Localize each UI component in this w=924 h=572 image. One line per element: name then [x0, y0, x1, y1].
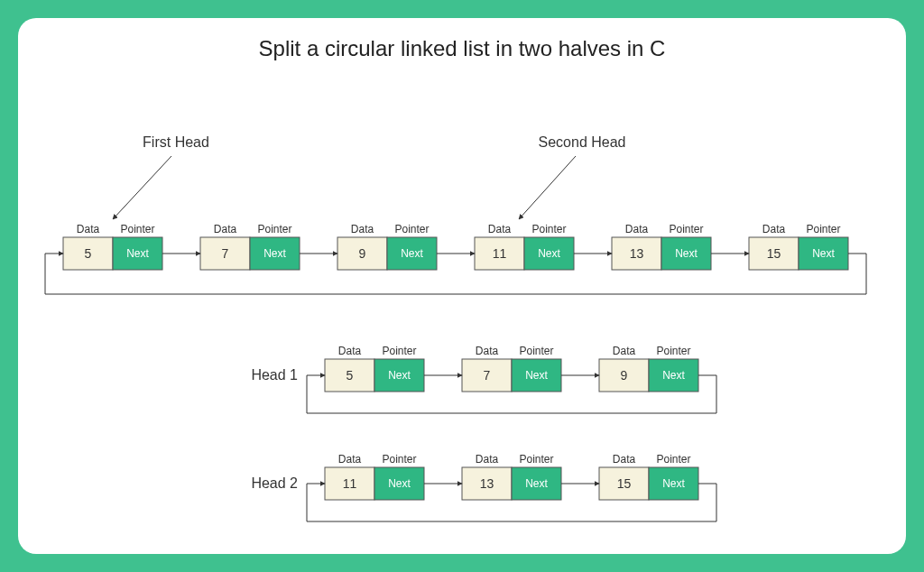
svg-text:Data: Data	[625, 223, 649, 235]
svg-text:7: 7	[222, 246, 229, 261]
svg-text:Pointer: Pointer	[656, 453, 690, 466]
main-node-1: Data Pointer 7 Next	[200, 223, 300, 270]
svg-text:Pointer: Pointer	[519, 453, 553, 466]
svg-text:Data: Data	[613, 345, 636, 357]
svg-text:Data: Data	[762, 223, 786, 235]
head2-node-1: Data Pointer 13 Next	[462, 453, 561, 500]
second-head-label: Second Head	[539, 134, 626, 150]
main-node-0: Data Pointer 5 Next	[63, 223, 162, 270]
svg-text:Next: Next	[525, 477, 548, 490]
head2-node-2: Data Pointer 15 Next	[599, 453, 698, 500]
head1-node-1: Data Pointer 7 Next	[462, 345, 561, 392]
head1-node-0: Data Pointer 5 Next	[325, 345, 424, 392]
page-container: Split a circular linked list in two halv…	[18, 18, 906, 554]
svg-text:9: 9	[621, 368, 628, 383]
diagram-svg: First Head Second Head Data Pointer 5 Ne…	[18, 61, 906, 549]
svg-text:Next: Next	[388, 369, 411, 382]
svg-text:Pointer: Pointer	[656, 345, 690, 357]
svg-text:Pointer: Pointer	[806, 223, 840, 235]
svg-text:Pointer: Pointer	[669, 223, 703, 235]
head2-label: Head 2	[251, 475, 298, 491]
svg-text:Data: Data	[77, 223, 100, 235]
svg-text:Next: Next	[401, 247, 423, 260]
svg-text:Pointer: Pointer	[519, 345, 553, 357]
svg-text:Data: Data	[351, 223, 374, 235]
svg-text:Data: Data	[214, 223, 237, 235]
svg-text:11: 11	[493, 246, 507, 261]
svg-text:Next: Next	[126, 247, 149, 260]
svg-text:Pointer: Pointer	[382, 345, 416, 357]
main-loop-arrow	[45, 254, 866, 294]
main-node-2: Data Pointer 9 Next	[337, 223, 437, 270]
svg-text:Pointer: Pointer	[120, 223, 154, 235]
svg-text:7: 7	[484, 368, 491, 383]
second-head-arrow	[519, 156, 576, 219]
svg-text:Data: Data	[338, 453, 362, 466]
main-node-3: Data Pointer 11 Next	[475, 223, 574, 270]
svg-text:Next: Next	[388, 477, 411, 490]
svg-text:5: 5	[346, 368, 354, 383]
svg-text:Next: Next	[263, 247, 286, 260]
head2-node-0: Data Pointer 11 Next	[325, 453, 424, 500]
svg-text:9: 9	[359, 246, 366, 261]
svg-text:Data: Data	[613, 453, 636, 466]
svg-text:Data: Data	[338, 345, 362, 357]
svg-text:13: 13	[630, 246, 644, 261]
svg-text:Pointer: Pointer	[394, 223, 429, 235]
svg-text:11: 11	[343, 476, 357, 491]
svg-text:13: 13	[480, 476, 494, 491]
svg-text:15: 15	[617, 476, 632, 491]
svg-text:Pointer: Pointer	[257, 223, 291, 235]
svg-text:Next: Next	[675, 247, 698, 260]
svg-text:Data: Data	[476, 453, 499, 466]
main-node-5: Data Pointer 15 Next	[749, 223, 848, 270]
svg-text:Pointer: Pointer	[531, 223, 566, 235]
svg-text:15: 15	[767, 246, 781, 261]
svg-text:Next: Next	[812, 247, 835, 260]
svg-text:Next: Next	[538, 247, 560, 260]
svg-text:Data: Data	[476, 345, 499, 357]
svg-text:Next: Next	[525, 369, 548, 382]
svg-text:5: 5	[85, 246, 92, 261]
first-head-label: First Head	[143, 134, 209, 150]
head1-label: Head 1	[251, 367, 298, 383]
svg-text:Pointer: Pointer	[382, 453, 416, 466]
first-head-arrow	[113, 156, 171, 219]
svg-text:Next: Next	[662, 369, 685, 382]
page-title: Split a circular linked list in two halv…	[18, 18, 906, 61]
svg-text:Next: Next	[662, 477, 685, 490]
svg-text:Data: Data	[488, 223, 512, 235]
head1-node-2: Data Pointer 9 Next	[599, 345, 698, 392]
main-node-4: Data Pointer 13 Next	[612, 223, 711, 270]
